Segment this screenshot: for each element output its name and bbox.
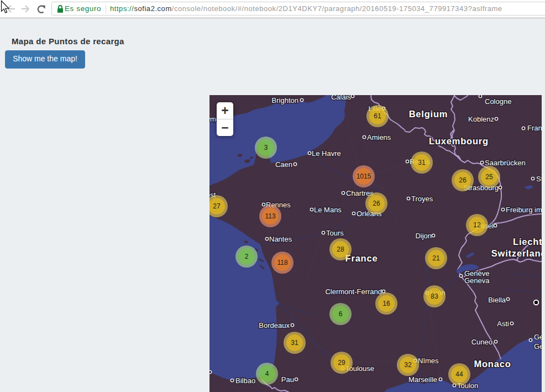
svg-text:Bordeaux: Bordeaux — [259, 321, 290, 330]
svg-text:Switzerland: Switzerland — [491, 248, 542, 258]
svg-text:16: 16 — [382, 300, 390, 307]
svg-text:Genova: Genova — [534, 333, 542, 341]
svg-text:Le Havre: Le Havre — [312, 149, 341, 158]
svg-text:Koblenz: Koblenz — [468, 115, 494, 123]
svg-text:Amiens: Amiens — [367, 133, 391, 142]
svg-text:25: 25 — [485, 173, 493, 181]
svg-text:12: 12 — [473, 221, 481, 229]
svg-text:Dijon: Dijon — [415, 232, 432, 240]
svg-text:2: 2 — [245, 253, 249, 260]
svg-text:83: 83 — [431, 292, 438, 300]
svg-text:Stuttgart: Stuttgart — [536, 175, 542, 183]
svg-text:Cologne: Cologne — [485, 97, 511, 106]
svg-text:Calais: Calais — [331, 95, 352, 101]
svg-text:3: 3 — [264, 144, 268, 151]
svg-text:29: 29 — [338, 359, 345, 367]
svg-text:44: 44 — [455, 370, 463, 378]
svg-text:1015: 1015 — [357, 173, 371, 180]
svg-text:Nîmes: Nîmes — [418, 357, 439, 365]
svg-text:61: 61 — [374, 112, 381, 120]
svg-text:Monaco: Monaco — [474, 359, 511, 369]
svg-text:Le Mans: Le Mans — [314, 206, 342, 214]
svg-text:Pau: Pau — [281, 375, 294, 384]
svg-text:Clermont-Ferrand: Clermont-Ferrand — [325, 288, 382, 296]
svg-text:Frankfurt: Frankfurt — [527, 124, 542, 132]
svg-text:Nantes: Nantes — [269, 235, 292, 243]
svg-text:27: 27 — [213, 202, 221, 210]
svg-text:Brighton: Brighton — [272, 96, 298, 104]
svg-text:Caen: Caen — [275, 160, 292, 169]
svg-text:Luxembourg: Luxembourg — [429, 136, 489, 146]
svg-text:Biella: Biella — [488, 296, 506, 304]
svg-text:4: 4 — [265, 370, 269, 378]
svg-text:Marseille: Marseille — [408, 375, 437, 384]
svg-text:31: 31 — [291, 339, 298, 347]
svg-text:Liechtenstein: Liechtenstein — [513, 237, 542, 247]
svg-text:26: 26 — [459, 176, 467, 184]
svg-text:113: 113 — [265, 212, 275, 220]
svg-text:Genoa: Genoa — [534, 342, 542, 351]
svg-text:Asti: Asti — [497, 320, 509, 328]
svg-text:21: 21 — [432, 254, 440, 262]
svg-text:31: 31 — [418, 159, 426, 166]
svg-text:26: 26 — [373, 200, 380, 207]
svg-text:Cuneo: Cuneo — [471, 338, 492, 346]
svg-text:6: 6 — [339, 310, 343, 318]
svg-text:Tours: Tours — [326, 229, 344, 237]
svg-text:118: 118 — [277, 259, 287, 266]
svg-text:Geneva: Geneva — [464, 276, 490, 285]
svg-text:32: 32 — [404, 361, 412, 369]
svg-text:Saarbrücken: Saarbrücken — [485, 159, 526, 167]
svg-text:28: 28 — [337, 245, 344, 253]
svg-text:Bilbao: Bilbao — [235, 377, 255, 385]
svg-text:Belgium: Belgium — [409, 109, 448, 119]
svg-text:Troyes: Troyes — [411, 195, 433, 203]
svg-text:Freiburg im Breisgau: Freiburg im Breisgau — [506, 206, 542, 214]
